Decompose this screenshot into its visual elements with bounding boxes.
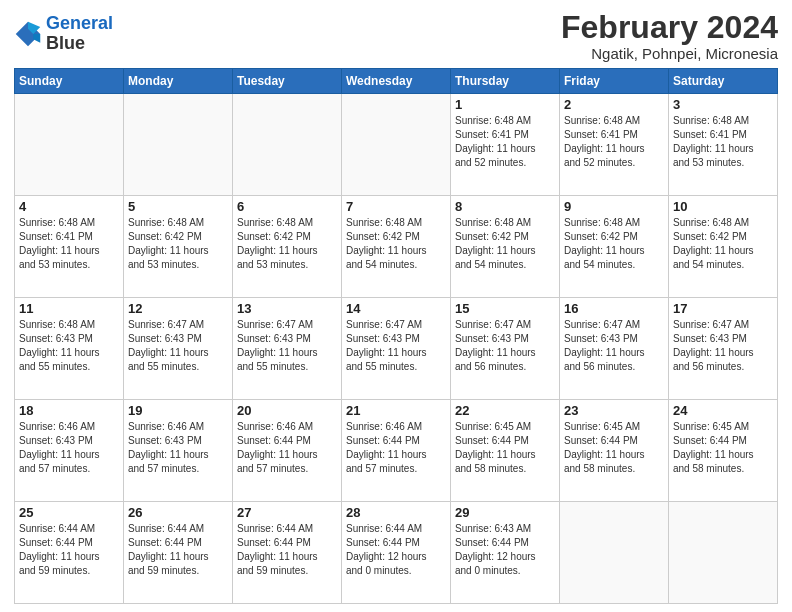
calendar-cell: 11Sunrise: 6:48 AMSunset: 6:43 PMDayligh…	[15, 298, 124, 400]
page: General Blue February 2024 Ngatik, Pohnp…	[0, 0, 792, 612]
calendar-cell: 15Sunrise: 6:47 AMSunset: 6:43 PMDayligh…	[451, 298, 560, 400]
day-info: Sunrise: 6:44 AMSunset: 6:44 PMDaylight:…	[346, 522, 446, 578]
day-info: Sunrise: 6:47 AMSunset: 6:43 PMDaylight:…	[346, 318, 446, 374]
header: General Blue February 2024 Ngatik, Pohnp…	[14, 10, 778, 62]
logo-line1: General	[46, 13, 113, 33]
day-number: 11	[19, 301, 119, 316]
calendar-cell: 20Sunrise: 6:46 AMSunset: 6:44 PMDayligh…	[233, 400, 342, 502]
calendar-cell: 10Sunrise: 6:48 AMSunset: 6:42 PMDayligh…	[669, 196, 778, 298]
day-info: Sunrise: 6:48 AMSunset: 6:42 PMDaylight:…	[128, 216, 228, 272]
day-info: Sunrise: 6:48 AMSunset: 6:42 PMDaylight:…	[346, 216, 446, 272]
day-of-week-header: Saturday	[669, 69, 778, 94]
day-number: 21	[346, 403, 446, 418]
day-of-week-header: Monday	[124, 69, 233, 94]
day-info: Sunrise: 6:47 AMSunset: 6:43 PMDaylight:…	[564, 318, 664, 374]
calendar-cell: 16Sunrise: 6:47 AMSunset: 6:43 PMDayligh…	[560, 298, 669, 400]
calendar-cell: 2Sunrise: 6:48 AMSunset: 6:41 PMDaylight…	[560, 94, 669, 196]
calendar-week-row: 1Sunrise: 6:48 AMSunset: 6:41 PMDaylight…	[15, 94, 778, 196]
day-number: 20	[237, 403, 337, 418]
day-number: 23	[564, 403, 664, 418]
day-info: Sunrise: 6:46 AMSunset: 6:44 PMDaylight:…	[346, 420, 446, 476]
calendar-header-row: SundayMondayTuesdayWednesdayThursdayFrid…	[15, 69, 778, 94]
day-number: 1	[455, 97, 555, 112]
calendar-week-row: 25Sunrise: 6:44 AMSunset: 6:44 PMDayligh…	[15, 502, 778, 604]
day-info: Sunrise: 6:44 AMSunset: 6:44 PMDaylight:…	[237, 522, 337, 578]
day-info: Sunrise: 6:48 AMSunset: 6:42 PMDaylight:…	[237, 216, 337, 272]
calendar-cell: 3Sunrise: 6:48 AMSunset: 6:41 PMDaylight…	[669, 94, 778, 196]
calendar-cell: 29Sunrise: 6:43 AMSunset: 6:44 PMDayligh…	[451, 502, 560, 604]
calendar-cell: 14Sunrise: 6:47 AMSunset: 6:43 PMDayligh…	[342, 298, 451, 400]
calendar-week-row: 18Sunrise: 6:46 AMSunset: 6:43 PMDayligh…	[15, 400, 778, 502]
day-info: Sunrise: 6:44 AMSunset: 6:44 PMDaylight:…	[19, 522, 119, 578]
calendar-table: SundayMondayTuesdayWednesdayThursdayFrid…	[14, 68, 778, 604]
day-of-week-header: Thursday	[451, 69, 560, 94]
calendar-cell: 8Sunrise: 6:48 AMSunset: 6:42 PMDaylight…	[451, 196, 560, 298]
logo-line2: Blue	[46, 33, 85, 53]
calendar-cell: 6Sunrise: 6:48 AMSunset: 6:42 PMDaylight…	[233, 196, 342, 298]
day-number: 19	[128, 403, 228, 418]
day-number: 22	[455, 403, 555, 418]
day-info: Sunrise: 6:48 AMSunset: 6:42 PMDaylight:…	[455, 216, 555, 272]
calendar-cell: 18Sunrise: 6:46 AMSunset: 6:43 PMDayligh…	[15, 400, 124, 502]
calendar-week-row: 11Sunrise: 6:48 AMSunset: 6:43 PMDayligh…	[15, 298, 778, 400]
calendar-cell	[342, 94, 451, 196]
day-info: Sunrise: 6:48 AMSunset: 6:42 PMDaylight:…	[673, 216, 773, 272]
day-number: 2	[564, 97, 664, 112]
calendar-cell: 27Sunrise: 6:44 AMSunset: 6:44 PMDayligh…	[233, 502, 342, 604]
day-number: 13	[237, 301, 337, 316]
day-number: 7	[346, 199, 446, 214]
calendar-cell: 13Sunrise: 6:47 AMSunset: 6:43 PMDayligh…	[233, 298, 342, 400]
day-of-week-header: Friday	[560, 69, 669, 94]
day-number: 5	[128, 199, 228, 214]
calendar-cell: 21Sunrise: 6:46 AMSunset: 6:44 PMDayligh…	[342, 400, 451, 502]
day-info: Sunrise: 6:44 AMSunset: 6:44 PMDaylight:…	[128, 522, 228, 578]
calendar-cell: 19Sunrise: 6:46 AMSunset: 6:43 PMDayligh…	[124, 400, 233, 502]
calendar-cell: 1Sunrise: 6:48 AMSunset: 6:41 PMDaylight…	[451, 94, 560, 196]
calendar-subtitle: Ngatik, Pohnpei, Micronesia	[561, 45, 778, 62]
calendar-cell: 7Sunrise: 6:48 AMSunset: 6:42 PMDaylight…	[342, 196, 451, 298]
day-number: 16	[564, 301, 664, 316]
calendar-title: February 2024	[561, 10, 778, 45]
day-of-week-header: Sunday	[15, 69, 124, 94]
day-info: Sunrise: 6:48 AMSunset: 6:41 PMDaylight:…	[673, 114, 773, 170]
calendar-cell: 23Sunrise: 6:45 AMSunset: 6:44 PMDayligh…	[560, 400, 669, 502]
day-info: Sunrise: 6:45 AMSunset: 6:44 PMDaylight:…	[455, 420, 555, 476]
day-number: 17	[673, 301, 773, 316]
day-number: 18	[19, 403, 119, 418]
calendar-cell: 4Sunrise: 6:48 AMSunset: 6:41 PMDaylight…	[15, 196, 124, 298]
day-number: 9	[564, 199, 664, 214]
day-number: 6	[237, 199, 337, 214]
day-info: Sunrise: 6:48 AMSunset: 6:41 PMDaylight:…	[564, 114, 664, 170]
day-info: Sunrise: 6:47 AMSunset: 6:43 PMDaylight:…	[455, 318, 555, 374]
day-info: Sunrise: 6:45 AMSunset: 6:44 PMDaylight:…	[673, 420, 773, 476]
day-info: Sunrise: 6:47 AMSunset: 6:43 PMDaylight:…	[128, 318, 228, 374]
calendar-cell: 5Sunrise: 6:48 AMSunset: 6:42 PMDaylight…	[124, 196, 233, 298]
calendar-week-row: 4Sunrise: 6:48 AMSunset: 6:41 PMDaylight…	[15, 196, 778, 298]
day-info: Sunrise: 6:48 AMSunset: 6:41 PMDaylight:…	[19, 216, 119, 272]
day-number: 25	[19, 505, 119, 520]
day-info: Sunrise: 6:46 AMSunset: 6:44 PMDaylight:…	[237, 420, 337, 476]
day-number: 24	[673, 403, 773, 418]
day-number: 27	[237, 505, 337, 520]
day-of-week-header: Tuesday	[233, 69, 342, 94]
day-number: 8	[455, 199, 555, 214]
day-info: Sunrise: 6:46 AMSunset: 6:43 PMDaylight:…	[128, 420, 228, 476]
calendar-cell: 25Sunrise: 6:44 AMSunset: 6:44 PMDayligh…	[15, 502, 124, 604]
calendar-cell: 22Sunrise: 6:45 AMSunset: 6:44 PMDayligh…	[451, 400, 560, 502]
calendar-cell	[233, 94, 342, 196]
day-info: Sunrise: 6:47 AMSunset: 6:43 PMDaylight:…	[673, 318, 773, 374]
calendar-cell: 9Sunrise: 6:48 AMSunset: 6:42 PMDaylight…	[560, 196, 669, 298]
svg-marker-2	[33, 34, 40, 43]
day-number: 10	[673, 199, 773, 214]
calendar-cell	[560, 502, 669, 604]
day-number: 3	[673, 97, 773, 112]
day-number: 29	[455, 505, 555, 520]
day-number: 4	[19, 199, 119, 214]
day-number: 28	[346, 505, 446, 520]
day-info: Sunrise: 6:47 AMSunset: 6:43 PMDaylight:…	[237, 318, 337, 374]
calendar-cell: 28Sunrise: 6:44 AMSunset: 6:44 PMDayligh…	[342, 502, 451, 604]
day-number: 12	[128, 301, 228, 316]
calendar-cell: 17Sunrise: 6:47 AMSunset: 6:43 PMDayligh…	[669, 298, 778, 400]
logo: General Blue	[14, 14, 113, 54]
day-info: Sunrise: 6:46 AMSunset: 6:43 PMDaylight:…	[19, 420, 119, 476]
